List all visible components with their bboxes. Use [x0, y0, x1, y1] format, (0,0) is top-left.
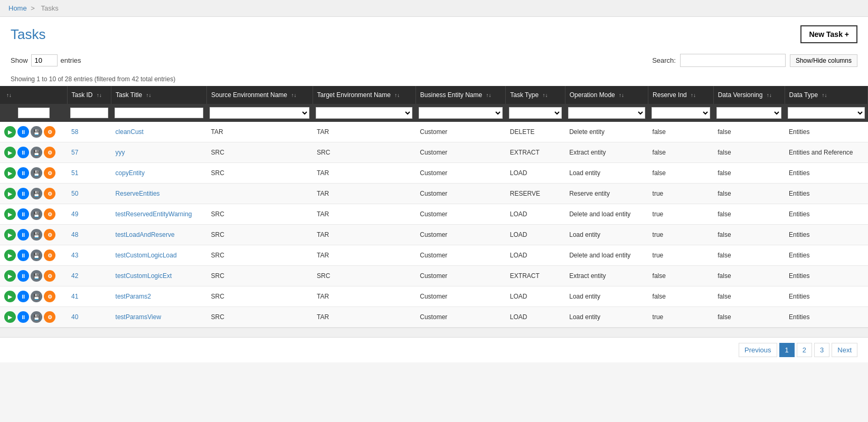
row-data-versioning: false: [713, 286, 785, 307]
save-button[interactable]: 💾: [31, 229, 42, 241]
task-id-link[interactable]: 58: [71, 128, 78, 136]
col-header-data-versioning[interactable]: Data Versioning ↑↓: [713, 86, 785, 104]
filter-src-select[interactable]: [210, 107, 309, 119]
save-button[interactable]: 💾: [31, 188, 42, 199]
pause-button[interactable]: ⏸: [17, 147, 29, 158]
row-business-entity: Customer: [416, 307, 506, 328]
settings-button[interactable]: ⚙: [44, 229, 55, 241]
task-id-link[interactable]: 50: [71, 190, 78, 197]
table-row: ▶ ⏸ 💾 ⚙ 51copyEntitySRCTARCustomerLOADLo…: [0, 163, 868, 184]
task-id-link[interactable]: 42: [71, 272, 78, 280]
pause-button[interactable]: ⏸: [17, 270, 29, 282]
task-title-link[interactable]: yyy: [116, 149, 125, 156]
filter-op-select[interactable]: [568, 107, 645, 119]
task-title-link[interactable]: cleanCust: [116, 128, 144, 136]
col-header-source-env[interactable]: Source Environment Name ↑↓: [206, 86, 313, 104]
horizontal-scrollbar[interactable]: [0, 328, 868, 337]
task-id-link[interactable]: 40: [71, 313, 78, 321]
run-button[interactable]: ▶: [4, 188, 16, 199]
col-header-operation-mode[interactable]: Operation Mode ↑↓: [565, 86, 648, 104]
task-title-link[interactable]: testParamsView: [116, 313, 161, 321]
settings-button[interactable]: ⚙: [44, 291, 55, 302]
filter-be-select[interactable]: [419, 107, 503, 119]
col-header-task-id[interactable]: Task ID ↑↓: [67, 86, 111, 104]
task-id-link[interactable]: 41: [71, 293, 78, 300]
save-button[interactable]: 💾: [31, 126, 42, 138]
filter-dv-select[interactable]: [716, 107, 781, 119]
run-button[interactable]: ▶: [4, 147, 16, 158]
row-operation-mode: Delete entity: [565, 122, 648, 142]
save-button[interactable]: 💾: [31, 291, 42, 302]
settings-button[interactable]: ⚙: [44, 311, 55, 323]
breadcrumb-home[interactable]: Home: [8, 4, 27, 12]
task-title-link[interactable]: testReservedEntityWarning: [116, 210, 192, 218]
col-header-reserve-ind[interactable]: Reserve Ind ↑↓: [648, 86, 714, 104]
entries-input[interactable]: [31, 54, 58, 66]
pagination-next-button[interactable]: Next: [832, 343, 857, 357]
pause-button[interactable]: ⏸: [17, 208, 29, 220]
save-button[interactable]: 💾: [31, 250, 42, 261]
settings-button[interactable]: ⚙: [44, 126, 55, 138]
task-title-link[interactable]: testCustomLogicExt: [116, 272, 172, 280]
save-button[interactable]: 💾: [31, 270, 42, 282]
save-button[interactable]: 💾: [31, 208, 42, 220]
filter-taskid-input[interactable]: [70, 108, 108, 118]
new-task-button[interactable]: New Task +: [800, 25, 857, 43]
task-id-link[interactable]: 43: [71, 252, 78, 259]
task-id-link[interactable]: 51: [71, 169, 78, 177]
run-button[interactable]: ▶: [4, 270, 16, 282]
filter-id-input[interactable]: [18, 108, 50, 118]
col-header-task-type[interactable]: Task Type ↑↓: [506, 86, 565, 104]
row-task-type: EXTRACT: [506, 266, 565, 286]
pause-button[interactable]: ⏸: [17, 291, 29, 302]
run-button[interactable]: ▶: [4, 291, 16, 302]
pause-button[interactable]: ⏸: [17, 250, 29, 261]
pause-button[interactable]: ⏸: [17, 188, 29, 199]
settings-button[interactable]: ⚙: [44, 188, 55, 199]
pause-button[interactable]: ⏸: [17, 229, 29, 241]
run-button[interactable]: ▶: [4, 167, 16, 179]
pagination-page-2-button[interactable]: 2: [797, 343, 812, 357]
settings-button[interactable]: ⚙: [44, 147, 55, 158]
filter-title-input[interactable]: [115, 108, 204, 118]
task-id-link[interactable]: 49: [71, 210, 78, 218]
col-header-task-title[interactable]: Task Title ↑↓: [111, 86, 207, 104]
show-hide-columns-button[interactable]: Show/Hide columns: [790, 54, 857, 67]
col-header-target-env[interactable]: Target Environment Name ↑↓: [313, 86, 416, 104]
task-title-link[interactable]: ReserveEntities: [116, 190, 160, 197]
col-header-data-type[interactable]: Data Type ↑↓: [785, 86, 867, 104]
run-button[interactable]: ▶: [4, 126, 16, 138]
filter-res-select[interactable]: [652, 107, 711, 119]
pagination-page-3-button[interactable]: 3: [814, 343, 829, 357]
task-id-link[interactable]: 48: [71, 231, 78, 238]
run-button[interactable]: ▶: [4, 250, 16, 261]
pagination-previous-button[interactable]: Previous: [739, 343, 777, 357]
settings-button[interactable]: ⚙: [44, 208, 55, 220]
filter-dt-select[interactable]: [788, 107, 864, 119]
sort-icon-dt: ↑↓: [822, 92, 827, 98]
task-id-link[interactable]: 57: [71, 149, 78, 156]
pagination-page-1-button[interactable]: 1: [779, 343, 795, 357]
task-title-link[interactable]: copyEntity: [116, 169, 145, 177]
task-title-link[interactable]: testParams2: [116, 293, 151, 300]
table-row: ▶ ⏸ 💾 ⚙ 57yyySRCSRCCustomerEXTRACTExtrac…: [0, 142, 868, 163]
task-title-link[interactable]: testCustomLogicLoad: [116, 252, 177, 259]
filter-tgt-select[interactable]: [316, 107, 412, 119]
run-button[interactable]: ▶: [4, 229, 16, 241]
save-button[interactable]: 💾: [31, 167, 42, 179]
search-input[interactable]: [680, 54, 786, 67]
filter-type-select[interactable]: [509, 107, 562, 119]
pause-button[interactable]: ⏸: [17, 311, 29, 323]
run-button[interactable]: ▶: [4, 311, 16, 323]
pause-button[interactable]: ⏸: [17, 167, 29, 179]
run-button[interactable]: ▶: [4, 208, 16, 220]
save-button[interactable]: 💾: [31, 147, 42, 158]
save-button[interactable]: 💾: [31, 311, 42, 323]
settings-button[interactable]: ⚙: [44, 270, 55, 282]
row-actions: ▶ ⏸ 💾 ⚙: [0, 225, 67, 245]
settings-button[interactable]: ⚙: [44, 167, 55, 179]
settings-button[interactable]: ⚙: [44, 250, 55, 261]
col-header-business-entity[interactable]: Business Entity Name ↑↓: [416, 86, 506, 104]
pause-button[interactable]: ⏸: [17, 126, 29, 138]
task-title-link[interactable]: testLoadAndReserve: [116, 231, 175, 238]
